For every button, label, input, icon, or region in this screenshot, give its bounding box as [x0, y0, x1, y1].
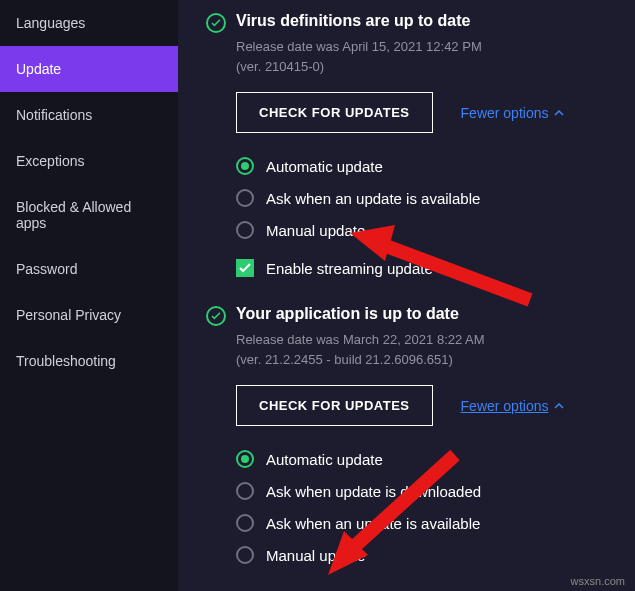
radio-manual-update-app[interactable]: Manual update: [236, 546, 607, 564]
chevron-up-icon: [554, 403, 564, 409]
sidebar-item-exceptions[interactable]: Exceptions: [0, 138, 178, 184]
radio-icon: [236, 157, 254, 175]
fewer-options-link-app[interactable]: Fewer options: [461, 398, 565, 414]
radio-automatic-update-virus[interactable]: Automatic update: [236, 157, 607, 175]
sidebar-item-blocked-allowed[interactable]: Blocked & Allowed apps: [0, 184, 178, 246]
radio-automatic-update-app[interactable]: Automatic update: [236, 450, 607, 468]
radio-icon: [236, 546, 254, 564]
radio-ask-available-virus[interactable]: Ask when an update is available: [236, 189, 607, 207]
check-circle-icon: [206, 13, 226, 33]
chevron-up-icon: [554, 110, 564, 116]
application-section: Your application is up to date Release d…: [206, 305, 607, 564]
check-updates-button-app[interactable]: CHECK FOR UPDATES: [236, 385, 433, 426]
main-content: Virus definitions are up to date Release…: [178, 0, 635, 591]
fewer-options-link-virus[interactable]: Fewer options: [461, 105, 565, 121]
sidebar: Languages Update Notifications Exception…: [0, 0, 178, 591]
radio-ask-available-app[interactable]: Ask when an update is available: [236, 514, 607, 532]
checkbox-enable-streaming[interactable]: Enable streaming update: [236, 259, 607, 277]
sidebar-item-update[interactable]: Update: [0, 46, 178, 92]
radio-icon: [236, 514, 254, 532]
sidebar-item-personal-privacy[interactable]: Personal Privacy: [0, 292, 178, 338]
virus-definitions-section: Virus definitions are up to date Release…: [206, 12, 607, 277]
watermark: wsxsn.com: [571, 575, 625, 587]
app-release-date: Release date was March 22, 2021 8:22 AM: [236, 330, 607, 350]
check-circle-icon: [206, 306, 226, 326]
sidebar-item-password[interactable]: Password: [0, 246, 178, 292]
radio-icon: [236, 221, 254, 239]
sidebar-item-troubleshooting[interactable]: Troubleshooting: [0, 338, 178, 384]
virus-title: Virus definitions are up to date: [236, 12, 470, 30]
virus-release-date: Release date was April 15, 2021 12:42 PM: [236, 37, 607, 57]
radio-manual-update-virus[interactable]: Manual update: [236, 221, 607, 239]
check-updates-button-virus[interactable]: CHECK FOR UPDATES: [236, 92, 433, 133]
radio-icon: [236, 189, 254, 207]
sidebar-item-notifications[interactable]: Notifications: [0, 92, 178, 138]
radio-ask-downloaded-app[interactable]: Ask when update is downloaded: [236, 482, 607, 500]
virus-version: (ver. 210415-0): [236, 57, 607, 77]
app-version: (ver. 21.2.2455 - build 21.2.6096.651): [236, 350, 607, 370]
sidebar-item-languages[interactable]: Languages: [0, 0, 178, 46]
radio-icon: [236, 450, 254, 468]
checkbox-icon: [236, 259, 254, 277]
radio-icon: [236, 482, 254, 500]
app-title: Your application is up to date: [236, 305, 459, 323]
